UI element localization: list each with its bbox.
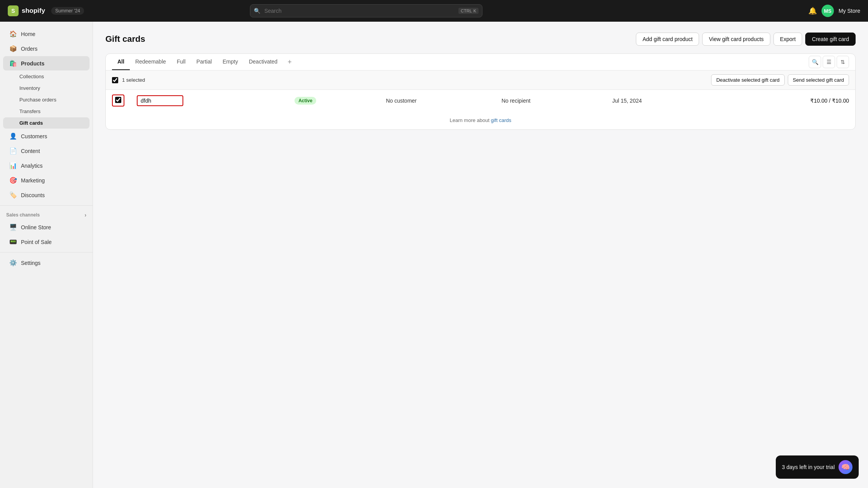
sidebar-item-content[interactable]: 📄 Content	[3, 144, 90, 158]
sidebar-item-label: Settings	[21, 260, 41, 266]
home-icon: 🏠	[9, 30, 17, 38]
export-button[interactable]: Export	[773, 33, 802, 46]
learn-more: Learn more about gift cards	[106, 111, 855, 129]
customer-cell: No customer	[380, 90, 495, 111]
marketing-icon: 🎯	[9, 177, 17, 184]
tabs-right: 🔍 ☰ ⇅	[809, 56, 849, 68]
deactivate-selected-button[interactable]: Deactivate selected gift card	[711, 74, 784, 86]
sales-channels-section: Sales channels ›	[0, 209, 93, 220]
sidebar-item-orders[interactable]: 📦 Orders	[3, 41, 90, 56]
bell-icon[interactable]: 🔔	[808, 7, 817, 15]
content-area: Gift cards Add gift card product View gi…	[93, 22, 868, 488]
main-layout: 🏠 Home 📦 Orders 🛍️ Products Collections …	[0, 22, 868, 488]
sidebar-item-settings[interactable]: ⚙️ Settings	[3, 256, 90, 270]
expand-icon[interactable]: ›	[84, 212, 86, 218]
sidebar-item-label: Point of Sale	[21, 239, 52, 245]
search-icon: 🔍	[254, 8, 260, 14]
gift-card-name-highlight: dfdh	[137, 95, 183, 106]
table-row: dfdh Active No customer No recipient Jul…	[106, 90, 855, 111]
sidebar-item-home[interactable]: 🏠 Home	[3, 27, 90, 41]
sidebar-item-analytics[interactable]: 📊 Analytics	[3, 158, 90, 173]
topbar-right: 🔔 MS My Store	[808, 5, 860, 17]
tab-deactivated[interactable]: Deactivated	[243, 54, 283, 70]
summer-badge: Summer '24	[51, 7, 84, 15]
discounts-icon: 🏷️	[9, 191, 17, 199]
sidebar-sub-transfers[interactable]: Transfers	[3, 106, 90, 117]
settings-icon: ⚙️	[9, 259, 17, 266]
sidebar-item-label: Products	[21, 60, 45, 67]
online-store-icon: 🖥️	[9, 223, 17, 231]
tab-full[interactable]: Full	[171, 54, 191, 70]
sidebar-item-products[interactable]: 🛍️ Products	[3, 56, 90, 70]
table-toolbar: 1 selected Deactivate selected gift card…	[106, 70, 855, 90]
sort-button[interactable]: ⇅	[837, 56, 849, 68]
sidebar-item-label: Customers	[21, 133, 47, 139]
tab-partial[interactable]: Partial	[191, 54, 217, 70]
toolbar-actions: Deactivate selected gift card Send selec…	[711, 74, 849, 86]
filter-button[interactable]: ☰	[823, 56, 835, 68]
create-gift-card-button[interactable]: Create gift card	[805, 33, 856, 46]
sidebar-item-discounts[interactable]: 🏷️ Discounts	[3, 188, 90, 202]
sidebar-sub-purchase-orders[interactable]: Purchase orders	[3, 94, 90, 105]
row-checkbox-cell	[106, 90, 131, 111]
tabs-bar: All Redeemable Full Partial Empty Deacti…	[106, 54, 855, 70]
avatar: MS	[822, 5, 834, 17]
sidebar-item-customers[interactable]: 👤 Customers	[3, 129, 90, 143]
pos-icon: 📟	[9, 238, 17, 246]
search-bar: 🔍 CTRL K	[250, 4, 482, 17]
tab-redeemable[interactable]: Redeemable	[130, 54, 171, 70]
sidebar-item-marketing[interactable]: 🎯 Marketing	[3, 173, 90, 187]
sidebar-sub-label: Collections	[19, 74, 44, 79]
store-name: My Store	[839, 8, 860, 14]
selected-count: 1 selected	[122, 77, 711, 83]
shopify-logo: S shopify	[8, 5, 45, 16]
shopify-wordmark: shopify	[22, 7, 45, 15]
date-cell: Jul 15, 2024	[606, 90, 718, 111]
sidebar-sub-gift-cards[interactable]: Gift cards	[3, 117, 90, 129]
sidebar-item-pos[interactable]: 📟 Point of Sale	[3, 235, 90, 249]
sidebar-item-label: Analytics	[21, 163, 43, 169]
page-header: Gift cards Add gift card product View gi…	[105, 33, 856, 46]
row-checkbox[interactable]	[115, 97, 121, 103]
customers-icon: 👤	[9, 132, 17, 140]
sidebar-item-online-store[interactable]: 🖥️ Online Store	[3, 220, 90, 234]
tab-empty[interactable]: Empty	[217, 54, 244, 70]
sidebar-sub-collections[interactable]: Collections	[3, 71, 90, 82]
sidebar-item-label: Discounts	[21, 192, 45, 198]
sidebar-divider	[0, 205, 93, 206]
tab-all[interactable]: All	[112, 54, 130, 70]
select-all-checkbox[interactable]	[112, 77, 118, 83]
gift-cards-table: dfdh Active No customer No recipient Jul…	[106, 90, 855, 111]
status-cell: Active	[288, 90, 380, 111]
search-input[interactable]	[250, 4, 482, 17]
add-gift-card-product-button[interactable]: Add gift card product	[636, 33, 699, 46]
sidebar-sub-label: Inventory	[19, 85, 40, 91]
gift-cards-card: All Redeemable Full Partial Empty Deacti…	[105, 53, 856, 130]
status-badge: Active	[294, 97, 316, 105]
gift-card-name[interactable]: dfdh	[141, 98, 151, 104]
products-icon: 🛍️	[9, 60, 17, 67]
view-gift-card-products-button[interactable]: View gift card products	[702, 33, 770, 46]
shopify-logo-icon: S	[8, 5, 19, 16]
gift-cards-link[interactable]: gift cards	[491, 117, 512, 123]
sidebar-item-label: Content	[21, 148, 40, 154]
amount-cell: ₹10.00 / ₹10.00	[718, 90, 855, 111]
trial-banner[interactable]: 3 days left in your trial 🧠	[776, 455, 859, 479]
tab-add-button[interactable]: +	[283, 54, 296, 70]
sidebar-sub-inventory[interactable]: Inventory	[3, 82, 90, 94]
search-table-button[interactable]: 🔍	[809, 56, 821, 68]
sidebar-item-label: Marketing	[21, 177, 45, 184]
sidebar-sub-label: Gift cards	[19, 120, 43, 126]
recipient-cell: No recipient	[495, 90, 606, 111]
search-shortcut: CTRL K	[458, 8, 479, 14]
sidebar-sub-label: Transfers	[19, 108, 40, 114]
trial-message: 3 days left in your trial	[782, 464, 835, 470]
trial-icon: 🧠	[839, 460, 852, 474]
sidebar: 🏠 Home 📦 Orders 🛍️ Products Collections …	[0, 22, 93, 488]
analytics-icon: 📊	[9, 162, 17, 169]
send-selected-button[interactable]: Send selected gift card	[788, 74, 849, 86]
orders-icon: 📦	[9, 45, 17, 52]
sidebar-item-label: Orders	[21, 46, 38, 52]
header-actions: Add gift card product View gift card pro…	[636, 33, 856, 46]
gift-card-name-cell: dfdh	[131, 90, 288, 111]
